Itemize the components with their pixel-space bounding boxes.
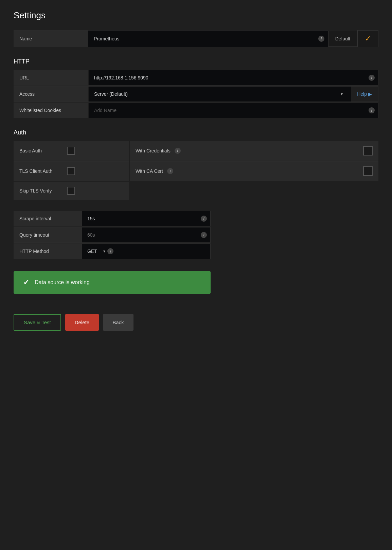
- default-checkbox-icon: ✓: [363, 34, 373, 43]
- scrape-interval-label: Scrape interval: [14, 211, 82, 226]
- query-timeout-input-wrap: i: [82, 227, 210, 242]
- auth-grid: Basic Auth With Credentials i TLS Client…: [14, 141, 378, 200]
- http-method-label: HTTP Method: [14, 244, 82, 259]
- access-select-wrap: Server (Default) Browser ▾: [89, 87, 351, 102]
- with-ca-cert-info-icon[interactable]: i: [167, 168, 173, 174]
- http-section-title: HTTP: [14, 58, 378, 65]
- url-label: URL: [14, 70, 89, 85]
- default-wrap: Default ✓: [328, 30, 378, 47]
- with-credentials-info-icon[interactable]: i: [175, 148, 181, 154]
- name-input[interactable]: [92, 31, 316, 46]
- with-ca-cert-label: With CA Cert: [136, 168, 163, 174]
- skip-tls-cell: Skip TLS Verify: [14, 182, 129, 200]
- url-input-wrap: i: [89, 70, 378, 85]
- name-label: Name: [14, 30, 88, 47]
- name-input-wrap: i: [88, 30, 328, 47]
- http-method-arrow-icon: ▾: [103, 249, 105, 254]
- query-timeout-input[interactable]: [85, 227, 199, 242]
- access-label: Access: [14, 87, 89, 102]
- scrape-table: Scrape interval i Query timeout i HTTP M…: [14, 211, 211, 259]
- scrape-interval-row: Scrape interval i: [14, 211, 211, 226]
- name-info-icon[interactable]: i: [318, 36, 324, 42]
- auth-row-3: Skip TLS Verify: [14, 182, 378, 200]
- with-credentials-checkbox[interactable]: [363, 146, 373, 155]
- auth-row-2: TLS Client Auth With CA Cert i: [14, 161, 378, 181]
- scrape-interval-input[interactable]: [85, 211, 199, 226]
- auth-row-1: Basic Auth With Credentials i: [14, 141, 378, 161]
- status-text: Data source is working: [35, 279, 90, 286]
- tls-client-auth-cell: TLS Client Auth: [14, 161, 129, 181]
- query-timeout-info-icon[interactable]: i: [201, 232, 207, 238]
- basic-auth-label: Basic Auth: [19, 148, 64, 153]
- help-arrow-icon: ▶: [368, 91, 372, 97]
- skip-tls-label: Skip TLS Verify: [19, 188, 64, 194]
- whitelisted-cookies-label: Whitelisted Cookies: [14, 103, 89, 118]
- help-button[interactable]: Help ▶: [351, 87, 378, 102]
- btn-row: Save & Test Delete Back: [14, 314, 378, 331]
- with-credentials-cell: With Credentials i: [130, 141, 378, 161]
- url-input[interactable]: [92, 70, 367, 85]
- back-button[interactable]: Back: [103, 314, 133, 331]
- whitelisted-cookies-input[interactable]: [92, 103, 367, 118]
- tls-client-auth-checkbox[interactable]: [67, 167, 75, 175]
- http-method-info-icon[interactable]: i: [107, 248, 113, 254]
- with-ca-cert-cell: With CA Cert i: [130, 161, 378, 181]
- status-check-icon: ✓: [23, 278, 29, 287]
- url-row: URL i: [14, 70, 378, 86]
- page-title: Settings: [14, 10, 378, 21]
- access-row: Access Server (Default) Browser ▾ Help ▶: [14, 86, 378, 102]
- http-method-row: HTTP Method GET POST ▾ i: [14, 243, 211, 259]
- with-ca-cert-checkbox[interactable]: [363, 166, 373, 176]
- auth-section-title: Auth: [14, 129, 378, 136]
- basic-auth-cell: Basic Auth: [14, 141, 129, 161]
- with-credentials-label: With Credentials: [136, 148, 171, 153]
- query-timeout-row: Query timeout i: [14, 227, 211, 243]
- basic-auth-checkbox[interactable]: [67, 147, 75, 155]
- skip-tls-checkbox[interactable]: [67, 187, 75, 195]
- scrape-interval-input-wrap: i: [82, 211, 210, 226]
- whitelisted-cookies-input-wrap: i: [89, 103, 378, 118]
- default-label: Default: [328, 31, 357, 47]
- url-info-icon[interactable]: i: [369, 75, 375, 81]
- tls-client-auth-label: TLS Client Auth: [19, 168, 64, 174]
- default-checkbox[interactable]: ✓: [357, 30, 378, 47]
- delete-button[interactable]: Delete: [65, 314, 99, 331]
- scrape-interval-info-icon[interactable]: i: [201, 216, 207, 222]
- whitelisted-cookies-row: Whitelisted Cookies i: [14, 103, 378, 118]
- name-row: Name i Default ✓: [14, 30, 378, 47]
- status-banner: ✓ Data source is working: [14, 271, 211, 294]
- save-test-button[interactable]: Save & Test: [14, 314, 61, 331]
- http-method-select-wrap: GET POST ▾ i: [82, 244, 210, 259]
- help-label: Help: [357, 91, 367, 97]
- cookies-info-icon[interactable]: i: [369, 107, 375, 113]
- query-timeout-label: Query timeout: [14, 227, 82, 242]
- access-select[interactable]: Server (Default) Browser: [92, 87, 348, 102]
- http-method-select[interactable]: GET POST: [85, 244, 103, 259]
